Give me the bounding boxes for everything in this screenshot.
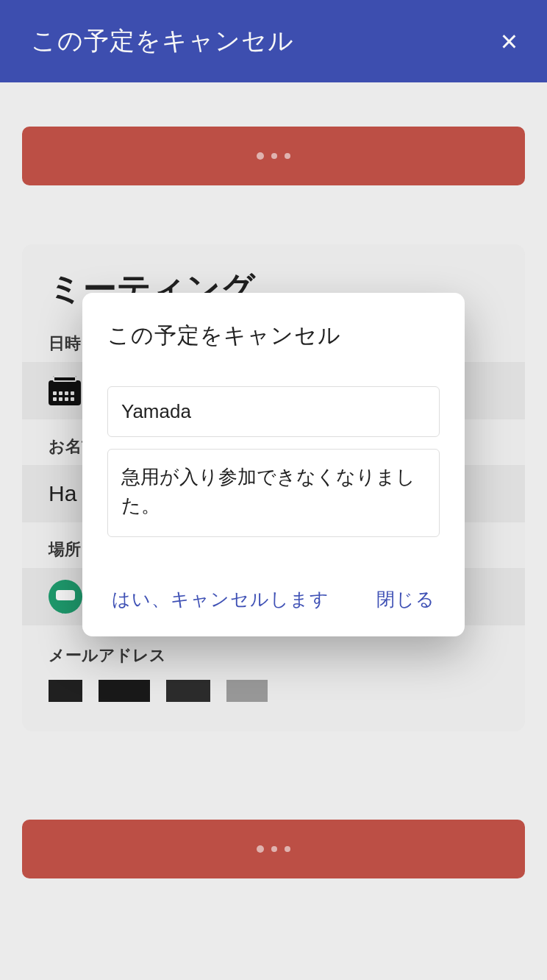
close-modal-button[interactable]: 閉じる <box>376 587 435 611</box>
confirm-cancel-button[interactable]: はい、キャンセルします <box>112 587 329 611</box>
cancel-name-input[interactable] <box>107 386 440 437</box>
cancel-reason-input[interactable] <box>107 449 440 537</box>
modal-actions: はい、キャンセルします 閉じる <box>107 587 440 622</box>
modal-title: この予定をキャンセル <box>107 321 440 351</box>
modal-overlay: この予定をキャンセル はい、キャンセルします 閉じる <box>0 0 547 980</box>
cancel-confirm-modal: この予定をキャンセル はい、キャンセルします 閉じる <box>82 293 465 636</box>
